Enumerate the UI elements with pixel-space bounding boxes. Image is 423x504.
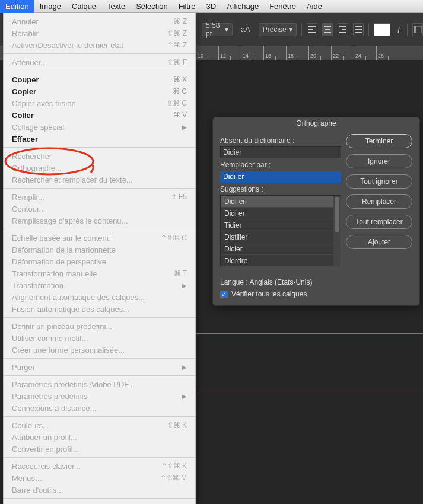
menu-item: Convertir en profil... [4,443,195,455]
menu-item-shortcut: ⌘ V [173,111,187,119]
menu-item-shortcut: ⇧ F5 [171,193,187,201]
antialias-select[interactable]: Précise ▾ [259,23,297,36]
menubar-item-filtre[interactable]: Filtre [173,0,201,13]
menu-item-shortcut: ⇧⌘ C [167,99,187,107]
menu-divider [4,317,195,318]
suggestion-item[interactable]: Tidier [221,219,341,231]
menu-divider [4,229,195,229]
tout-ignorer-button[interactable]: Tout ignorer [346,174,412,189]
menu-item-label: Déformation de perspective [12,257,106,266]
chevron-down-icon: ▾ [225,25,228,34]
edition-menu-dropdown: Annuler⌘ ZRétablir⇧⌘ ZActiver/Désactiver… [3,13,196,504]
menu-item: Déformation de la marionnette [4,244,195,256]
menu-item[interactable]: Coller⌘ V [4,109,195,121]
text-color-swatch[interactable] [374,23,390,36]
chevron-down-icon: ▾ [289,25,292,34]
menu-item-label: Attribuer un profil... [12,433,77,442]
menu-item-shortcut: ⌘ Z [173,17,187,25]
guide-line[interactable] [196,333,423,334]
menubar-item-calque[interactable]: Calque [66,0,101,13]
ruler-tick: 10 [196,46,218,60]
terminer-button[interactable]: Terminer [346,134,412,148]
menu-item[interactable]: Couper⌘ X [4,74,195,85]
suggestion-item[interactable]: Distiller [221,231,341,243]
menu-divider [4,416,195,417]
font-size-field[interactable]: 5,58 pt ▾ [202,23,233,36]
menu-item-shortcut: ⇧⌘ Z [167,29,187,37]
menu-item: Définir un pinceau prédéfini... [4,320,195,332]
guide-line[interactable] [196,393,423,393]
menubar-item-sélection[interactable]: Sélection [131,0,173,13]
menubar-item-affichage[interactable]: Affichage [221,0,264,13]
menu-item-shortcut: ⌃⇧⌘ C [161,234,187,242]
tout-remplacer-button[interactable]: Tout remplacer [346,215,412,229]
menu-item: Créer une forme personnalisée... [4,344,195,356]
menu-item: Utiliser comme motif... [4,332,195,344]
ajouter-button[interactable]: Ajouter [346,235,412,249]
checkbox-checked-icon[interactable]: ✓ [220,291,228,298]
align-right-button[interactable] [338,23,348,36]
menu-item-label: Remplissage d'après le contenu... [12,216,128,225]
aa-label: aA [237,23,254,36]
menu-item-label: Purger [12,363,35,372]
suggestions-list[interactable]: Didi-erDidi erTidierDistillerDicierDierd… [220,195,341,266]
suggestion-item[interactable]: Dicier [221,243,341,255]
menu-item-label: Barre d'outils... [12,486,63,495]
suggestion-item[interactable]: Didi er [221,208,341,219]
chevron-right-icon: ▶ [182,124,187,130]
scrollbar[interactable] [333,196,341,266]
align-left-button[interactable] [307,23,317,36]
scrollbar-thumb[interactable] [335,197,339,232]
ignorer-button[interactable]: Ignorer [346,154,412,168]
menu-item-label: Atténuer... [12,58,47,67]
menubar-item-fenêtre[interactable]: Fenêtre [264,0,301,13]
menubar-item-3d[interactable]: 3D [201,0,222,13]
warp-text-icon[interactable]: I [395,25,402,34]
replace-label: Remplacer par : [220,161,341,169]
suggestion-item[interactable]: Didi-er [221,196,341,208]
menu-item-label: Fusion automatique des calques... [12,305,129,314]
menu-item: Raccourcis clavier...⌃⇧⌘ K [4,460,195,472]
replace-field[interactable] [220,171,341,183]
menubar-item-edition[interactable]: Edition [0,0,34,13]
menu-item-label: Connexions à distance... [12,404,96,413]
menu-item-label: Rétablir [12,29,39,38]
menubar-item-texte[interactable]: Texte [101,0,131,13]
menu-item-label: Copier avec fusion [12,99,76,108]
menubar-item-image[interactable]: Image [34,0,66,13]
menu-item[interactable]: Copier⌘ C [4,85,195,97]
menu-divider [4,375,195,376]
menu-item-label: Rechercher et remplacer du texte... [12,176,133,184]
align-center-button[interactable] [322,23,333,36]
menu-item-label: Transformation manuelle [12,269,97,278]
panel-toggle-icon[interactable] [412,23,423,36]
menu-item: Contour... [4,203,195,215]
svg-rect-1 [414,26,416,33]
ruler-tick: 24 [354,46,376,60]
menu-item: Paramètres prédéfinis▶ [4,390,195,402]
ruler-tick: 22 [331,46,354,60]
separator [407,23,408,36]
chevron-right-icon: ▶ [182,364,187,371]
menu-item-label: Définir un pinceau prédéfini... [12,322,112,331]
menu-item: Paramètres prédéfinis Adobe PDF... [4,378,195,390]
menu-item: Rechercher et remplacer du texte... [4,174,195,186]
remplacer-button[interactable]: Remplacer [346,194,412,209]
chevron-right-icon: ▶ [182,393,187,400]
ruler-tick: 20 [308,46,331,60]
menu-item: Transformation manuelle⌘ T [4,267,195,279]
check-all-layers-row[interactable]: ✓ Vérifier tous les calques [213,290,419,305]
menu-item-shortcut: ⌃⇧⌘ M [160,474,187,482]
ruler-tick: 18 [286,46,308,60]
menu-item-shortcut: ⌘ X [173,75,187,84]
chevron-right-icon: ▶ [182,282,187,289]
menubar-item-aide[interactable]: Aide [301,0,327,13]
menu-item: Remplir...⇧ F5 [4,191,195,203]
align-justify-button[interactable] [353,23,364,36]
ruler-tick: 26 [376,46,399,60]
suggestion-item[interactable]: Dierdre [221,255,341,266]
menu-item[interactable]: Effacer [4,133,195,145]
menu-item[interactable]: Démarrer Dictée... [4,501,195,504]
menu-item-shortcut: ⌃⇧⌘ K [161,462,187,470]
menu-item-label: Paramètres prédéfinis Adobe PDF... [12,380,135,389]
